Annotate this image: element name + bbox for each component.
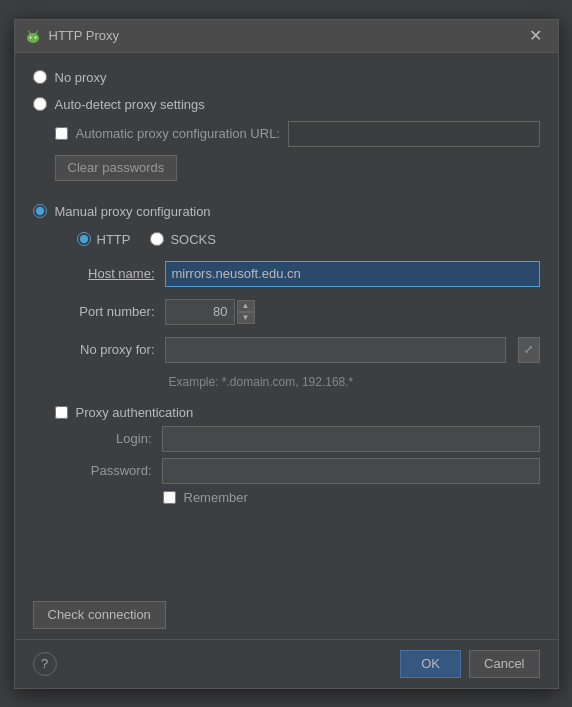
auto-detect-radio[interactable] <box>33 97 47 111</box>
no-proxy-radio[interactable] <box>33 70 47 84</box>
no-proxy-for-label: No proxy for: <box>55 342 155 357</box>
check-connection-button[interactable]: Check connection <box>33 601 166 629</box>
proxy-auth-section: Proxy authentication Login: Password: Re… <box>33 405 540 505</box>
cancel-button[interactable]: Cancel <box>469 650 539 678</box>
port-wrapper: ▲ ▼ <box>165 299 255 325</box>
example-text: Example: *.domain.com, 192.168.* <box>169 375 540 389</box>
port-number-input[interactable] <box>165 299 235 325</box>
password-row: Password: <box>77 458 540 484</box>
auto-proxy-section: Automatic proxy configuration URL: Clear… <box>55 121 540 181</box>
svg-point-2 <box>29 36 31 38</box>
remember-label[interactable]: Remember <box>184 490 248 505</box>
socks-option: SOCKS <box>150 232 216 247</box>
password-label: Password: <box>77 463 152 478</box>
no-proxy-for-input[interactable] <box>165 337 506 363</box>
http-radio[interactable] <box>77 232 91 246</box>
http-option: HTTP <box>77 232 131 247</box>
android-icon <box>25 28 41 44</box>
help-button[interactable]: ? <box>33 652 57 676</box>
auto-config-url-input[interactable] <box>288 121 540 147</box>
host-name-label: Host name: <box>55 266 155 281</box>
proxy-auth-label[interactable]: Proxy authentication <box>76 405 194 420</box>
host-name-row: Host name: <box>55 261 540 287</box>
http-label[interactable]: HTTP <box>97 232 131 247</box>
svg-line-4 <box>28 31 30 33</box>
password-input[interactable] <box>162 458 540 484</box>
auth-fields: Login: Password: <box>77 426 540 484</box>
divider1 <box>33 187 540 195</box>
no-proxy-row: No proxy <box>33 67 540 88</box>
auto-detect-row: Auto-detect proxy settings <box>33 94 540 115</box>
remember-checkbox[interactable] <box>163 491 176 504</box>
socks-label[interactable]: SOCKS <box>170 232 216 247</box>
login-label: Login: <box>77 431 152 446</box>
manual-proxy-row: Manual proxy configuration <box>33 201 540 222</box>
footer: ? OK Cancel <box>15 639 558 688</box>
manual-proxy-radio[interactable] <box>33 204 47 218</box>
ok-button[interactable]: OK <box>400 650 461 678</box>
close-button[interactable]: ✕ <box>523 26 548 46</box>
proxy-auth-row: Proxy authentication <box>55 405 540 420</box>
login-row: Login: <box>77 426 540 452</box>
http-proxy-dialog: HTTP Proxy ✕ No proxy Auto-detect proxy … <box>14 19 559 689</box>
dialog-title: HTTP Proxy <box>49 28 515 43</box>
svg-rect-1 <box>28 35 38 41</box>
bottom-actions: Check connection <box>15 591 558 639</box>
port-number-label: Port number: <box>55 304 155 319</box>
manual-proxy-label[interactable]: Manual proxy configuration <box>55 204 211 219</box>
port-number-row: Port number: ▲ ▼ <box>55 299 540 325</box>
svg-point-3 <box>34 36 36 38</box>
dialog-content: No proxy Auto-detect proxy settings Auto… <box>15 53 558 591</box>
login-input[interactable] <box>162 426 540 452</box>
port-decrement-button[interactable]: ▼ <box>237 312 255 324</box>
port-increment-button[interactable]: ▲ <box>237 300 255 312</box>
socks-radio[interactable] <box>150 232 164 246</box>
remember-row: Remember <box>163 490 540 505</box>
auto-config-url-label[interactable]: Automatic proxy configuration URL: <box>76 126 280 141</box>
expand-button[interactable]: ⤢ <box>518 337 540 363</box>
protocol-row: HTTP SOCKS <box>77 232 540 247</box>
port-spinner: ▲ ▼ <box>237 300 255 324</box>
clear-passwords-button[interactable]: Clear passwords <box>55 155 178 181</box>
dialog-buttons: OK Cancel <box>400 650 539 678</box>
proxy-auth-checkbox[interactable] <box>55 406 68 419</box>
auto-config-checkbox[interactable] <box>55 127 68 140</box>
auto-detect-label[interactable]: Auto-detect proxy settings <box>55 97 205 112</box>
proxy-url-row: Automatic proxy configuration URL: <box>55 121 540 147</box>
host-name-input[interactable] <box>165 261 540 287</box>
no-proxy-label[interactable]: No proxy <box>55 70 107 85</box>
title-bar: HTTP Proxy ✕ <box>15 20 558 53</box>
no-proxy-for-row: No proxy for: ⤢ <box>55 337 540 363</box>
svg-line-5 <box>36 31 38 33</box>
